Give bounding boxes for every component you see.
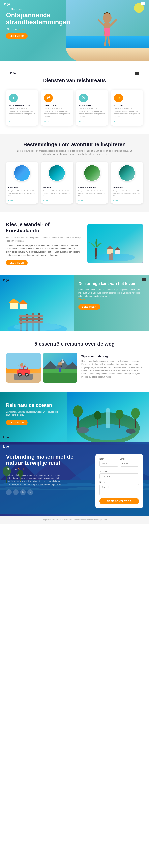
hamburger-line-1 [141,2,145,3]
form-name-input[interactable] [99,461,118,467]
service-card-vluchten: ✈ VLUCHTONDERZOEK Duis aute irure dolor … [6,90,38,126]
service-link-workshops[interactable]: MEER [79,121,84,122]
art-vacation-image [88,224,143,263]
tip-image-car [6,353,41,382]
form-name-field: Naam [99,458,118,467]
hero-cta-button[interactable]: LEES MEER [6,33,28,39]
zonnige-content: De zonnige kant van het leven Lorem ipsu… [74,275,149,316]
service-link-stijlen[interactable]: MEER [114,121,119,122]
footer-hero-text: Verbinding maken met de natuur terwijl j… [6,454,90,497]
svg-point-69 [131,408,140,419]
dest-card-nc: Nieuw-Caledonië Sample text. Clik atau d… [76,162,108,204]
form-phone-field: Telefoon [99,470,139,479]
dest-circle-indo [119,165,135,182]
service-title-vluchten: VLUCHTONDERZOEK [9,104,35,106]
destinations-desc: Lorem ipsum dolor sit amet consectetur a… [15,149,134,156]
tips-text-desc: Duis commodo ultrices ornare. Fusce conv… [81,360,143,379]
dest-text-borabora: Sample text. Clik atau double klik. Clik… [8,190,36,196]
dest-link-indo[interactable]: MEER [113,199,118,201]
hamburger-line-2 [141,3,145,4]
form-email-label: Email [120,458,139,460]
hero-label: REISBUREAU [6,8,70,10]
tips-text-title: Tips voor onderweg [81,355,143,358]
hero-freepik-link[interactable]: Freepik [18,28,25,30]
dest-link-borabora[interactable]: MEER [8,199,13,201]
social-facebook[interactable]: f [6,489,11,495]
destinations-header: Bestemmingen om avontuur te inspireren L… [6,142,143,156]
service-title-tours: ONZE TOURS [44,104,70,106]
dest-name-borabora: Bora Bora [8,186,36,189]
social-twitter[interactable]: t [13,489,19,495]
svg-point-58 [60,365,61,367]
ocean-logo: logo [3,436,9,439]
dest-text-maleise: Sample text. Clik atau double klik. Clik… [43,190,71,196]
service-title-workshops: WORKSHOPS [79,104,105,106]
social-youtube[interactable]: y [27,489,33,495]
service-text-stijlen: Duis aute irure dolor in reprehenderit i… [114,107,140,118]
dest-link-nc[interactable]: MEER [78,199,83,201]
zonnige-text: Lorem ipsum dolor sit amet consectetur a… [78,288,143,301]
hamburger-line-3 [141,4,145,5]
contact-form: Naam Email Telefoon Bericht NEEM CONTACT… [95,454,143,508]
service-link-vluchten[interactable]: MEER [9,121,14,122]
service-text-tours: Duis aute irure dolor in reprehenderit i… [44,107,70,118]
form-phone-label: Telefoon [99,470,139,473]
art-vacation-desc2: Ut enim ad minim veniam, quis nostrud ex… [6,244,81,257]
art-vacation-btn[interactable]: LEES MEER [6,260,28,266]
svg-rect-26 [19,321,43,322]
footer-freepik-link[interactable]: Freepik [18,468,25,470]
zonnige-btn[interactable]: LEES MEER [78,304,100,310]
service-link-tours[interactable]: MEER [44,121,49,122]
form-message-input[interactable] [99,484,139,495]
form-message-field: Bericht [99,481,139,496]
form-phone-input[interactable] [99,473,139,479]
dest-content-nc: Nieuw-Caledonië Sample text. Clik atau d… [76,184,108,204]
dest-circle-maleise [48,165,65,182]
dest-circle-borabora [14,165,30,182]
svg-point-12 [95,253,135,261]
form-email-input[interactable] [120,461,139,467]
dest-card-borabora: Bora Bora Sample text. Clik atau double … [6,162,38,204]
svg-rect-18 [111,253,113,260]
svg-rect-2 [66,48,149,61]
dest-link-maleise[interactable]: MEER [43,199,48,201]
services-hamburger[interactable] [135,72,139,75]
ocean-btn[interactable]: LEES MEER [6,420,28,425]
footer-hero-hamburger[interactable] [142,445,146,447]
service-card-workshops: 🛠 WORKSHOPS Duis aute irure dolor in rep… [76,90,108,126]
service-icon-tours: 🗺 [44,94,53,102]
form-message-label: Bericht [99,481,139,484]
hero-section: logo REISBUREAU Ontspannende strandbeste… [0,0,149,61]
zonnige-image [0,275,74,331]
footer-bottom-text: Sample text. Clik atau double klik. Clik… [6,519,143,522]
art-vacation-title: Kies je wandel- of kunstvakantie [6,221,81,234]
service-text-vluchten: Duis aute irure dolor in reprehenderit i… [9,107,35,118]
svg-rect-49 [43,373,77,382]
svg-point-71 [94,411,101,420]
zonnige-title: De zonnige kant van het leven [78,281,143,286]
art-vacation-desc: Bestel u op zoek naar een ontspannen Eur… [6,236,81,243]
form-submit-button[interactable]: NEEM CONTACT OP [99,498,139,504]
dest-name-indo: Indonesië [113,186,141,189]
svg-point-44 [20,363,23,366]
services-section: logo Diensten van reisbureaus ✈ VLUCHTON… [0,61,149,133]
service-text-workshops: Duis aute irure dolor in reprehenderit i… [79,107,105,118]
dest-circle-nc [84,165,101,182]
dest-text-indo: Sample text. Clik atau double klik. Clik… [113,190,141,196]
service-card-tours: 🗺 ONZE TOURS Duis aute irure dolor in re… [41,90,73,126]
svg-rect-39 [24,367,27,369]
form-name-email-row: Naam Email [99,458,139,469]
svg-point-41 [19,374,21,376]
zonnige-freepik-link[interactable]: Freepik [78,298,85,300]
svg-rect-24 [19,315,43,317]
hamburger-menu[interactable] [141,2,145,5]
hero-title: Ontspannende strandbestemmingen [6,12,70,26]
social-linkedin[interactable]: in [20,489,26,495]
footer-hero-content: Verbinding maken met de natuur terwijl j… [0,442,149,516]
zonnige-hamburger[interactable] [142,278,146,281]
ocean-content: Reis naar de oceaan Sample text. Clik at… [0,393,70,435]
ocean-section: Reis naar de oceaan Sample text. Clik at… [0,393,149,442]
destinations-grid: Bora Bora Sample text. Clik atau double … [6,162,143,204]
tips-section: 5 essentiële reistips over de weg [0,331,149,393]
svg-rect-65 [106,408,110,428]
